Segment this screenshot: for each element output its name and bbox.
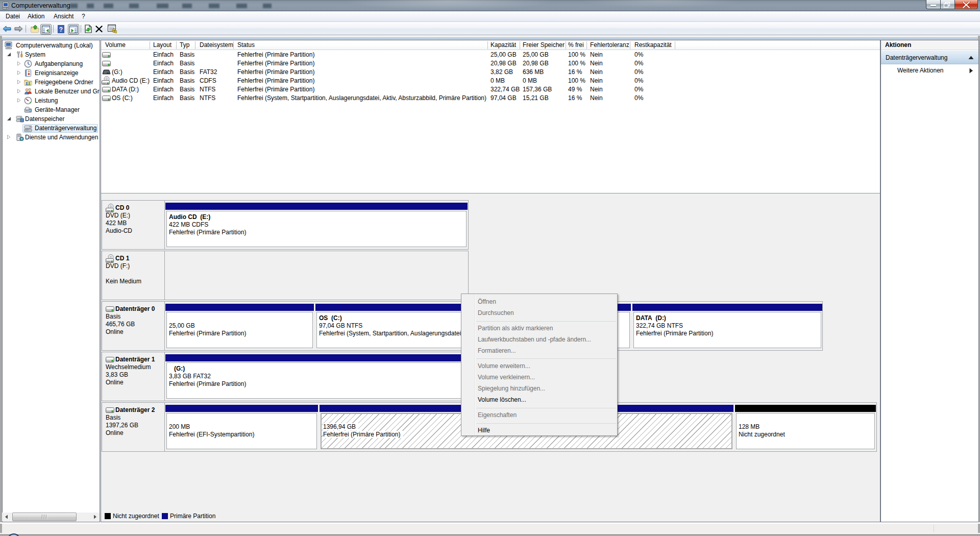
svg-text:?: ?: [59, 26, 63, 33]
